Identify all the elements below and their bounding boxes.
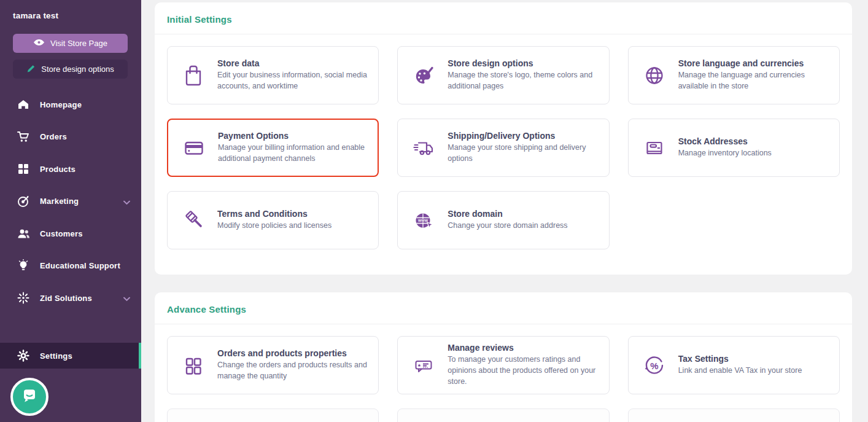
card-terms-conditions[interactable]: Terms and Conditions Modify store polici… (167, 191, 379, 249)
settings-label: Settings (40, 351, 72, 361)
store-design-options-button[interactable]: Store design options (13, 60, 128, 79)
card-store-data[interactable]: Store data Edit your business informatio… (167, 46, 379, 104)
globe-icon (638, 62, 670, 89)
card-store-domain[interactable]: WWW Store domain Change your store domai… (397, 191, 609, 249)
card-partial[interactable] (167, 408, 379, 422)
chevron-down-icon (123, 197, 130, 208)
gavel-icon (177, 207, 209, 234)
gear-icon (17, 349, 30, 362)
advance-settings-panel: Advance Settings Orders and products pro… (155, 292, 852, 422)
advance-settings-grid: Orders and products properties Change th… (155, 324, 852, 422)
pencil-icon (26, 64, 36, 75)
squares-icon (177, 352, 209, 379)
sidebar-item-customers[interactable]: Customers (0, 217, 141, 250)
sidebar-item-homepage[interactable]: Homepage (0, 88, 141, 121)
card-payment-options[interactable]: Payment Options Manage your billing info… (167, 119, 379, 177)
sidebar-nav: Homepage Orders Products Marketing (0, 88, 141, 315)
cart-icon (17, 130, 30, 144)
card-partial[interactable] (397, 408, 609, 422)
card-store-language-currencies[interactable]: Store language and currencies Manage the… (628, 46, 840, 104)
users-icon (17, 227, 30, 240)
sidebar-item-orders[interactable]: Orders (0, 121, 141, 154)
card-partial[interactable] (628, 408, 840, 422)
store-design-options-label: Store design options (41, 64, 114, 74)
stock-box-icon (638, 135, 670, 162)
credit-card-icon (178, 135, 210, 162)
main-content: Initial Settings Store data Edit your bu… (155, 2, 852, 422)
grid-icon (17, 162, 30, 176)
sidebar: tamara test Visit Store Page Store desig… (0, 0, 141, 422)
shopping-bag-icon (177, 62, 209, 89)
card-orders-products-properties[interactable]: Orders and products properties Change th… (167, 336, 379, 394)
sidebar-item-zid-solutions[interactable]: Zid Solutions (0, 282, 141, 315)
card-tax-settings[interactable]: % Tax Settings Link and enable VA Tax in… (628, 336, 840, 394)
visit-store-button[interactable]: Visit Store Page (13, 34, 128, 53)
empty-grid-cell (628, 191, 840, 249)
card-shipping-delivery-options[interactable]: Shipping/Delivery Options Manage your st… (397, 119, 609, 177)
visit-store-label: Visit Store Page (50, 39, 107, 48)
palette-icon (408, 62, 440, 89)
lightbulb-icon (17, 259, 30, 273)
chat-launcher-button[interactable] (10, 378, 48, 416)
eye-icon (33, 38, 45, 49)
sidebar-item-educational-support[interactable]: Educational Support (0, 250, 141, 283)
initial-settings-grid: Store data Edit your business informatio… (155, 34, 852, 275)
sidebar-item-settings[interactable]: Settings (0, 343, 141, 369)
chevron-down-icon (123, 294, 130, 305)
section-title-advance-settings: Advance Settings (155, 292, 852, 324)
home-icon (17, 98, 30, 111)
store-name: tamara test (0, 0, 141, 20)
chat-icon (20, 386, 39, 407)
target-icon (17, 195, 30, 208)
truck-icon (408, 135, 440, 162)
review-icon (408, 352, 440, 379)
card-stock-addresses[interactable]: Stock Addresses Manage inventory locatio… (628, 119, 840, 177)
sidebar-item-products[interactable]: Products (0, 153, 141, 186)
initial-settings-panel: Initial Settings Store data Edit your bu… (155, 2, 852, 275)
domain-globe-icon: WWW (408, 207, 440, 234)
sidebar-item-marketing[interactable]: Marketing (0, 186, 141, 218)
card-store-design-options[interactable]: Store design options Manage the store's … (397, 46, 609, 104)
tax-percent-icon: % (638, 352, 670, 379)
svg-text:%: % (650, 360, 658, 370)
card-manage-reviews[interactable]: Manage reviews To manage your customers … (397, 336, 609, 394)
section-title-initial-settings: Initial Settings (155, 2, 852, 34)
svg-text:WWW: WWW (418, 218, 428, 222)
burst-icon (17, 291, 30, 305)
